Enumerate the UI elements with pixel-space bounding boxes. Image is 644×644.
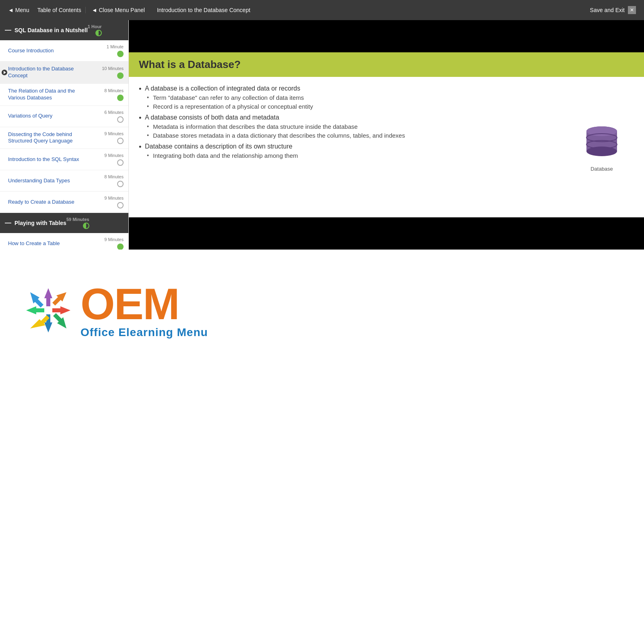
status-icon-7: [117, 181, 124, 187]
sidebar-section-2[interactable]: — Playing with Tables 59 Minutes: [0, 213, 128, 233]
section-2-status: [83, 223, 89, 229]
item-meta-6: 9 Minutes: [93, 153, 124, 166]
section-collapse-icon: —: [5, 27, 11, 34]
status-icon: [117, 51, 124, 57]
slide-title: What is a Database?: [139, 58, 634, 71]
svg-marker-7: [52, 292, 66, 305]
section-1-title: SQL Database in a Nutshell: [14, 27, 88, 33]
sub-bullet-2b: Database stores metadata in a data dicti…: [145, 132, 561, 139]
item-meta: 1 Minute: [93, 44, 124, 57]
svg-marker-8: [52, 306, 70, 314]
oem-subtitle: Office Elearning Menu: [80, 326, 208, 339]
sub-bullet-3a: Integrating both data and the relationsh…: [145, 152, 561, 159]
section-1-badge: 1 Hour: [88, 24, 102, 36]
svg-marker-12: [26, 306, 44, 314]
black-bottom-bar: [129, 217, 644, 250]
item-meta-9: 9 Minutes: [93, 237, 124, 250]
sub-bullet-1b: Record is a representation of a physical…: [145, 103, 561, 110]
status-icon-8: [117, 202, 124, 208]
section-2-badge: 59 Minutes: [66, 217, 89, 229]
database-icon: [582, 122, 622, 163]
status-icon-2: [117, 72, 124, 79]
sidebar-item-data-types[interactable]: Understanding Data Types 8 Minutes: [0, 170, 128, 192]
sidebar-section-1[interactable]: — SQL Database in a Nutshell 1 Hour: [0, 20, 128, 40]
sidebar-item-sql-syntax[interactable]: Introduction to the SQL Syntax 9 Minutes: [0, 149, 128, 170]
section-2-duration: 59 Minutes: [66, 217, 89, 222]
menu-button[interactable]: ◄ Menu: [4, 7, 33, 13]
sidebar-item-course-intro[interactable]: Course Introduction 1 Minute: [0, 40, 128, 62]
logo-container: OEM Office Elearning Menu: [24, 282, 208, 339]
section-2-collapse-icon: —: [5, 219, 11, 227]
sidebar: — SQL Database in a Nutshell 1 Hour Cour…: [0, 20, 129, 250]
section-2-title: Playing with Tables: [14, 220, 66, 226]
sidebar-item-variations[interactable]: Variations of Query 6 Minutes: [0, 106, 128, 127]
top-nav-bar: ◄ Menu Table of Contents ◄ Close Menu Pa…: [0, 0, 644, 20]
oem-text: OEM: [80, 282, 208, 326]
status-icon-3: [117, 95, 124, 101]
main-container: — SQL Database in a Nutshell 1 Hour Cour…: [0, 20, 644, 250]
status-icon-4: [117, 116, 124, 123]
logo-section: OEM Office Elearning Menu: [0, 250, 644, 371]
item-meta-3: 8 Minutes: [93, 88, 124, 101]
svg-marker-6: [44, 288, 52, 306]
sub-bullet-1a: Term "database" can refer to any collect…: [145, 94, 561, 101]
status-icon-9: [117, 244, 124, 250]
sidebar-item-db-concept[interactable]: Introduction to the Database Concept 10 …: [0, 62, 128, 84]
database-image: Database: [570, 85, 634, 209]
bullet-2: A database consists of both data and met…: [139, 114, 561, 139]
slide-header: What is a Database?: [129, 52, 644, 77]
black-top-bar: [129, 20, 644, 52]
section-1-status: [95, 30, 102, 36]
sidebar-item-dissecting[interactable]: Dissecting the Code behind Structured Qu…: [0, 127, 128, 149]
section-1-duration: 1 Hour: [88, 24, 102, 29]
close-x-button[interactable]: ✕: [628, 6, 636, 14]
item-meta-4: 6 Minutes: [93, 110, 124, 123]
sub-bullet-2a: Metadata is information that describes t…: [145, 123, 561, 130]
oem-arrows-icon: [24, 286, 72, 334]
item-meta-5: 9 Minutes: [93, 131, 124, 144]
item-meta-2: 10 Minutes: [93, 66, 124, 79]
current-page-indicator: [2, 70, 7, 75]
current-topic-title: Introduction to the Database Concept: [151, 7, 586, 13]
db-label: Database: [590, 166, 613, 172]
bullet-3: Database contains a description of its o…: [139, 143, 561, 159]
status-icon-5: [117, 138, 124, 144]
close-panel-button[interactable]: ◄ Close Menu Panel: [85, 7, 151, 13]
sidebar-item-relation-data[interactable]: The Relation of Data and the Various Dat…: [0, 84, 128, 106]
slide-text: A database is a collection of integrated…: [139, 85, 561, 209]
status-icon-6: [117, 159, 124, 166]
slide-body: A database is a collection of integrated…: [129, 77, 644, 217]
logo-icon-area: [24, 286, 72, 334]
item-meta-8: 9 Minutes: [93, 196, 124, 208]
slide-area: What is a Database? A database is a coll…: [129, 52, 644, 217]
sidebar-item-ready-create[interactable]: Ready to Create a Database 9 Minutes: [0, 192, 128, 213]
svg-marker-13: [30, 292, 43, 308]
logo-text-area: OEM Office Elearning Menu: [80, 282, 208, 339]
bullet-1: A database is a collection of integrated…: [139, 85, 561, 110]
toc-button[interactable]: Table of Contents: [33, 7, 85, 13]
sidebar-item-create-table[interactable]: How to Create a Table 9 Minutes: [0, 233, 128, 250]
svg-point-2: [586, 147, 617, 156]
item-meta-7: 8 Minutes: [93, 174, 124, 187]
save-exit-button[interactable]: Save and Exit ✕: [586, 6, 640, 14]
svg-marker-9: [53, 313, 66, 328]
content-panel: What is a Database? A database is a coll…: [129, 20, 644, 250]
